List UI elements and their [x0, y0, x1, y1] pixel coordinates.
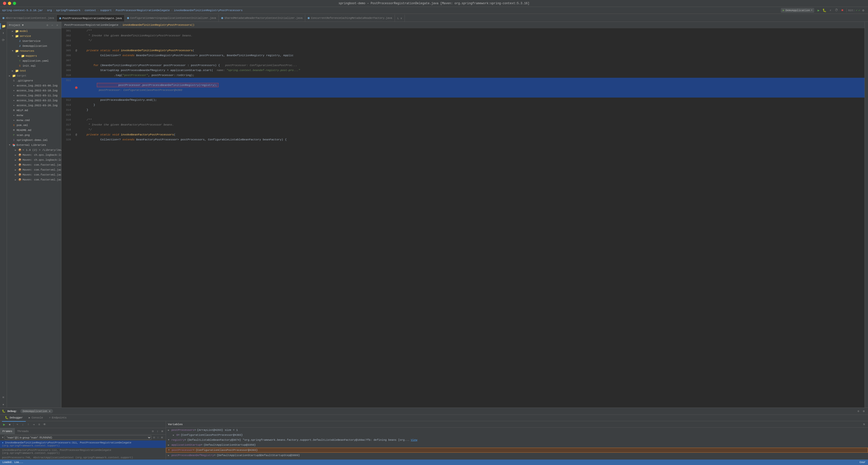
settings-icon[interactable]: ⋯ [50, 23, 54, 27]
frame-item-2[interactable]: invokeBeanFactoryPostProcessors:112, Pos… [0, 448, 166, 455]
run-to-cursor-button[interactable]: ⇥ [31, 423, 36, 427]
tree-item-logback1[interactable]: ▶ 📦 Maven: ch.qos.logback:logback-c... [7, 153, 61, 158]
run-button[interactable]: ▶ [816, 8, 821, 13]
var-postprocessor[interactable]: ▼ postProcessor = {ConfigurationClassPos… [166, 448, 868, 453]
tab-abstract-application-context[interactable]: AbstractApplicationContext.java [0, 14, 57, 22]
tree-item-jackson4[interactable]: ▶ 📦 Maven: com.fasterxml.jackson.co... [7, 177, 61, 182]
settings-debug-icon[interactable]: ⚙ [856, 409, 861, 413]
nav-item-org[interactable]: org [47, 9, 52, 12]
close-sidebar-icon[interactable]: ✕ [55, 23, 59, 27]
tree-item-application-yaml[interactable]: Y application.yaml [7, 59, 61, 63]
breakpoint-indicator[interactable] [75, 87, 78, 89]
close-button[interactable] [3, 2, 6, 5]
tree-item-log1[interactable]: ▪ access_log.2022-03-06.log [7, 83, 61, 88]
tree-item-jackson1[interactable]: ▶ 📦 Maven: com.fasterxml.jackson.co... [7, 162, 61, 167]
threads-tab[interactable]: Threads [15, 428, 31, 435]
tree-item-gitignore[interactable]: G .gitignore [7, 78, 61, 83]
tree-item-log2[interactable]: ▪ access_log.2022-03-10.log [7, 88, 61, 93]
thread-selector[interactable]: "main"@1 in group "main": RUNNING [4, 435, 151, 440]
tab-console[interactable]: ▶ Console [26, 414, 46, 422]
tab-configuration-warnings[interactable]: ConfigurationWarningsApplicationContextI… [125, 14, 219, 22]
tree-item-jdk[interactable]: ▶ 📦 < 1.8 (2) > /Library/Java/JavaVirt..… [7, 147, 61, 153]
tree-item-service[interactable]: ▼ 📁 service [7, 34, 61, 39]
filter-icon[interactable]: ⊟ [151, 429, 155, 433]
step-out-button[interactable]: ↑ [26, 423, 30, 427]
tab-misc[interactable]: L ∨ [395, 14, 405, 22]
pull-request-icon[interactable]: ⟳ [0, 37, 7, 43]
tree-item-log5[interactable]: ▪ access_log.2022-03-26.log [7, 103, 61, 108]
tab-debugger[interactable]: 🐛 Debugger [2, 414, 26, 422]
watch-button[interactable]: 👁 [42, 423, 47, 427]
bc-class[interactable]: PostProcessorRegistrationDelegate [64, 24, 118, 27]
tree-item-readme[interactable]: M README.md [7, 128, 61, 133]
step-over-button[interactable]: ↷ [15, 423, 20, 427]
thread-arrow[interactable]: ▼ [2, 436, 3, 439]
tab-shared-metadata[interactable]: SharedMetadataReaderFactoryContextInitia… [219, 14, 305, 22]
nav-item-springframework[interactable]: springframework [56, 9, 81, 12]
frames-tab[interactable]: Frames [0, 428, 15, 435]
profile-button[interactable]: ⏱ [834, 8, 839, 13]
tree-item-iml[interactable]: I springboot-demo.iml [7, 138, 61, 143]
structure-icon[interactable]: ≡ [0, 394, 7, 401]
tree-item-userservice[interactable]: J UserService [7, 39, 61, 43]
view-link[interactable]: View [411, 438, 417, 441]
tree-item-help[interactable]: M HELP.md [7, 108, 61, 113]
tab-post-processor-registration-delegate[interactable]: PostProcessorRegistrationDelegate.java [57, 14, 124, 22]
bc-method[interactable]: invokeBeanDefinitionRegistryPostProcesso… [122, 24, 194, 27]
nav-item-context[interactable]: context [85, 9, 96, 12]
nav-item-support[interactable]: support [100, 9, 112, 12]
tab-endpoints[interactable]: ⚡ Endpoints [46, 414, 70, 422]
gear-icon[interactable]: ⚙ [45, 23, 49, 27]
commit-icon[interactable]: ⬆ [0, 30, 7, 36]
var-postprocessors[interactable]: ▶ postProcessors = {ArrayList@4293} size… [166, 428, 868, 433]
resume-button[interactable]: ▶ [2, 423, 6, 427]
minimize-button[interactable] [8, 2, 11, 5]
maximize-button[interactable] [13, 2, 16, 5]
var-registry[interactable]: ▼ registry = {DefaultListableBeanFactory… [166, 437, 868, 442]
frame-item-active[interactable]: ● InvokeBeanDefinitionRegistryPostProces… [0, 440, 166, 448]
tree-item-jackson2[interactable]: ▶ 📦 Maven: com.fasterxml.jackson.co... [7, 167, 61, 172]
tree-item-mvnw[interactable]: ▪ mvnw [7, 113, 61, 118]
tree-item-demoapplication[interactable]: J DemoApplication [7, 43, 61, 48]
tree-item-scan-png[interactable]: P scan.png [7, 133, 61, 138]
var-item-0[interactable]: ▶ 0 = {ConfigurationClassPostProcessor@4… [166, 433, 868, 437]
tree-item-test[interactable]: ▶ 📁 test [7, 68, 61, 73]
tree-item-mappers[interactable]: ▶ 📁 mappers [7, 54, 61, 59]
debug-button[interactable]: 🐛 [822, 8, 827, 13]
tree-item-log4[interactable]: ▪ access_log.2022-03-22.log [7, 98, 61, 103]
project-icon[interactable]: 📁 [0, 23, 7, 30]
nav-item-method[interactable]: invokeBeanDefinitionRegistryPostProcesso… [174, 9, 243, 12]
right-scrollbar[interactable] [865, 22, 868, 407]
sort-icon[interactable]: ↕ [156, 429, 159, 433]
run-config-selector[interactable]: ▶ DemoApplication ▼ [781, 8, 814, 13]
tree-item-model[interactable]: ▶ 📁 model [7, 29, 61, 34]
nav-item-class[interactable]: PostProcessorRegistrationDelegate [116, 9, 170, 12]
var-application-startup[interactable]: ▶ applicationStartup = {DefaultApplicati… [166, 442, 868, 447]
layout-icon[interactable]: ⊞ [862, 409, 866, 413]
tree-item-mvnw-cmd[interactable]: ▪ mvnw.cmd [7, 118, 61, 123]
tree-item-pom[interactable]: X pom.xml [7, 123, 61, 128]
var-post-process-bean-def-registry[interactable]: ▶ postProcessBeanDefRegistry = {DefaultA… [166, 453, 868, 458]
stop-button[interactable]: ■ [839, 8, 845, 13]
filter-frames-icon[interactable]: ⊟ [152, 436, 156, 439]
code-scroll-area[interactable]: 301 /** 302 * Invoke the given BeanDefin… [61, 28, 865, 407]
debug-app-badge[interactable]: DemoApplication ✕ [20, 409, 53, 413]
variables-settings-icon[interactable]: N [862, 423, 866, 426]
step-into-button[interactable]: ↓ [21, 423, 25, 427]
evaluate-button[interactable]: ≡ [37, 423, 41, 427]
coverage-button[interactable]: ⚡ [828, 8, 833, 13]
expand-frames-icon[interactable]: ⊞ [160, 436, 164, 439]
frame-item-3[interactable]: postProcessors:746, AbstractApplicationC… [0, 455, 166, 460]
settings-button[interactable]: ⚙ [861, 8, 866, 13]
favorites-icon[interactable]: ★ [0, 401, 7, 407]
tree-item-logback2[interactable]: ▶ 📦 Maven: ch.qos.logback:logback-c... [7, 158, 61, 162]
tree-item-init-sql[interactable]: S init.sql [7, 63, 61, 68]
tab-concurrent-reference[interactable]: ConcurrentReferenceCachingMetadataReader… [305, 14, 395, 22]
stop-debug-button[interactable]: ■ [7, 423, 12, 427]
tree-item-external-libs[interactable]: ▼ 📚 External Libraries [7, 143, 61, 147]
tree-item-target[interactable]: ▶ 📁 target [7, 73, 61, 78]
expand-icon[interactable]: ⊞ [160, 429, 164, 433]
nav-item-jar[interactable]: spring-context-5.3.16.jar [2, 9, 43, 12]
tree-item-log3[interactable]: ▪ access_log.2022-03-11.log [7, 93, 61, 98]
tree-item-resources[interactable]: ▼ 📁 resources [7, 48, 61, 54]
